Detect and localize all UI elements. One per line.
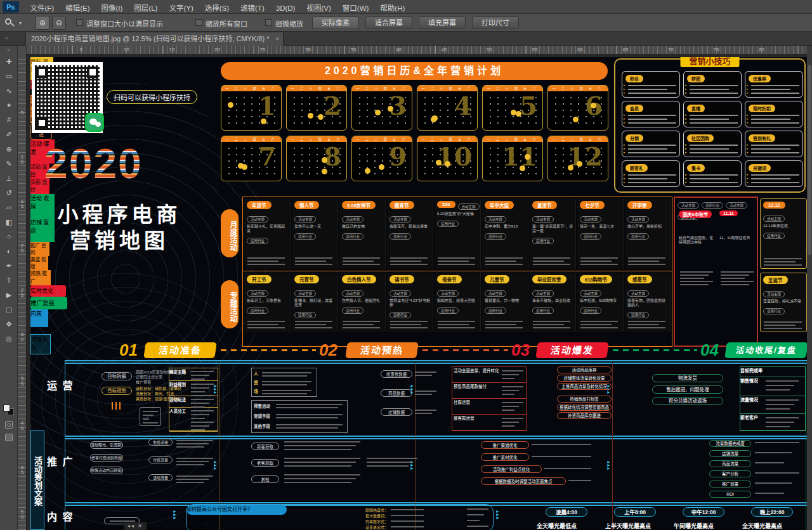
circ[interactable]: 内容 [30,309,48,327]
menu-item-3[interactable]: 图层(L) [128,0,163,15]
tag-industry: 适用行业 [247,238,268,244]
tag-theme: 活动主题 [390,290,411,297]
screen-mode-icon[interactable] [5,434,13,441]
menu-item-5[interactable]: 选择(S) [199,0,235,15]
menu-item-1[interactable]: 编辑(E) [60,0,95,15]
palette-collapse-icon[interactable]: » [0,46,17,55]
activity-card-title: 白色情人节 [342,275,376,283]
option-button-3[interactable]: 打印尺寸 [472,16,519,29]
pill[interactable]: 推广复盘 [30,297,67,309]
menu-item-2[interactable]: 图像(I) [95,0,128,15]
text-line [415,372,436,373]
panel-toggle-icon[interactable]: « [5,35,8,41]
crop-tool[interactable]: # [0,113,18,127]
ops-end-row: 积分兑换活动返场 [652,397,723,405]
history-brush-tool[interactable]: ↺ [0,186,18,200]
text-line [628,152,676,153]
bullet-icon: ▸ [685,181,687,183]
tag-theme: 活动主题 [726,202,747,209]
opill[interactable]: 吸引开屏的标题 [187,515,241,524]
promo-review-row: 客户分析 [709,470,751,477]
option-button-2[interactable]: 填充屏幕 [419,16,466,29]
ops-end-row: 物流发货 [652,374,723,382]
text-line [766,380,799,382]
activity-card: 读书节活动主题世界读书日“4.23”好书相伴适用行业 [387,273,433,332]
row-separator [65,363,807,364]
clone-stamp-tool[interactable]: ⊥ [0,171,18,186]
type-tool[interactable]: T [0,273,18,288]
activity-card: 开学季活动主题收心开学，焕新折扣适用行业 [625,198,671,269]
marquee-tool[interactable]: ▭ [0,69,18,84]
brush-tool[interactable]: ✎ [0,157,18,171]
zoom-in-button[interactable]: ⊕ [36,16,49,30]
vertical-scrollbar[interactable] [807,46,812,530]
zoom-out-button[interactable]: ⊖ [52,16,66,30]
poster-canvas[interactable]: 扫码可以获得小程序扶持 2020 小程序电商 营销地图 2020营销日历&全年营… [30,57,807,530]
pen-tool[interactable]: ✒ [0,259,18,273]
calendar-month-10: 一 二 三 四 五 六 日10 [417,136,478,181]
ruler-top-number: 25 [256,47,269,53]
document-tab[interactable]: 2020小程序电商营销地图.jpg @ 12.5% (扫码可以获得小程序扶持, … [25,32,284,46]
ops-data-row: 优惠券数据 [381,370,412,378]
opill[interactable]: 内容打造 [187,524,217,530]
dodge-tool[interactable]: ◐ [0,244,18,259]
circ[interactable]: 群发 时间 [30,334,51,354]
menu-item-10[interactable]: 帮助(H) [374,0,410,15]
text-line [680,275,709,276]
pill[interactable]: 如何提高公众号图文打开率？ [187,505,287,515]
abs[interactable]: 目标完成率 [740,367,805,373]
eraser-tool[interactable]: ▱ [0,200,18,215]
menu-item-0[interactable]: 文件(F) [24,0,60,15]
foreground-color-swatch[interactable] [3,404,10,411]
calendar-highlight [520,165,525,171]
pill[interactable]: 预热 推广 [30,270,51,285]
text-line [580,264,618,265]
hand-tool[interactable]: ✥ [0,317,18,332]
menu-item-6[interactable]: 滤镜(T) [235,0,270,15]
activity-card-title: 情人节 [294,201,319,209]
option-checkbox-1[interactable] [195,19,202,26]
option-checkbox-2[interactable] [265,19,272,26]
text-line [680,281,713,282]
ops-monitor1-row: 主推商品流量及转化情况 [557,383,612,390]
tool-preset-caret-icon[interactable]: ▾ [19,20,22,26]
text-line [502,378,514,379]
calendar-highlight [238,163,244,169]
blur-tool[interactable]: ○ [0,229,18,244]
row-label-2: 内 容 [47,508,74,524]
zoom-tool[interactable]: ◎ [0,332,18,346]
scroll-fragment[interactable]: ◂◂ ✕ [124,522,147,530]
ruler-left-number: 3 0 [18,332,26,342]
option-button-0[interactable]: 实际像素 [312,16,359,29]
path-selection-tool[interactable]: ▶ [0,288,18,302]
tab-close-icon[interactable]: × [275,32,279,46]
send-time: 中午12:00 [683,507,724,517]
shape-tool[interactable]: ▢ [0,302,18,317]
text-line [262,375,307,377]
gradient-tool[interactable]: ◧ [0,215,18,229]
ops-review-row: 新老客户 [740,414,805,430]
lasso-tool[interactable]: ∿ [0,84,18,98]
healing-brush-tool[interactable]: ⊕ [0,142,18,157]
menu-item-8[interactable]: 视图(V) [301,0,336,15]
activity-card-title: 12.12 [763,202,785,209]
option-checkbox-0[interactable] [76,19,83,26]
scrollbar-thumb[interactable] [808,65,811,255]
bullet-icon: ▸ [685,91,687,94]
quick-mask-icon[interactable] [5,421,13,429]
opill[interactable]: 宣传（预热、爆发） [30,327,66,334]
ruler-top-number: 70 [665,47,678,53]
content-point: 列举数字式： [365,519,388,524]
eyedropper-tool[interactable]: ✐ [0,127,18,142]
pill[interactable]: 实时优化 [30,285,66,297]
menu-item-9[interactable]: 窗口(W) [337,0,375,15]
option-button-1[interactable]: 适合屏幕 [365,16,412,29]
ops-goal-row: 场 [254,388,258,394]
text-line [262,393,307,394]
move-tool[interactable]: ✚ [0,55,18,69]
text-line [176,461,209,462]
quick-selection-tool[interactable]: ✦ [0,98,18,113]
pill[interactable]: 渠道 梳理 [30,256,48,270]
menu-item-7[interactable]: 3D(D) [270,2,301,15]
menu-item-4[interactable]: 文字(Y) [163,0,199,15]
